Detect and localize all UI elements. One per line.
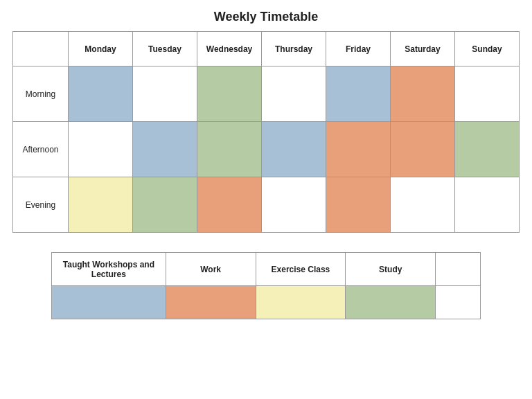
cell-evening-wednesday (197, 177, 262, 233)
cell-afternoon-sunday (455, 122, 520, 177)
row-label-afternoon: Afternoon (13, 122, 69, 177)
timetable-wrapper: Monday Tuesday Wednesday Thursday Friday… (0, 31, 532, 233)
legend-header-0: Taught Workshops and Lectures (52, 253, 166, 286)
cell-morning-monday (69, 66, 133, 122)
legend-color-0 (52, 286, 166, 319)
legend-header-4 (436, 253, 481, 286)
cell-afternoon-wednesday (197, 122, 262, 177)
col-wednesday: Wednesday (197, 32, 262, 66)
cell-morning-tuesday (133, 66, 197, 122)
cell-evening-saturday (391, 177, 455, 233)
cell-evening-thursday (262, 177, 326, 233)
col-thursday: Thursday (262, 32, 326, 66)
cell-evening-sunday (455, 177, 520, 233)
row-label-morning: Morning (13, 66, 69, 122)
col-friday: Friday (326, 32, 391, 66)
cell-evening-monday (69, 177, 133, 233)
col-sunday: Sunday (455, 32, 520, 66)
row-label-evening: Evening (13, 177, 69, 233)
cell-morning-friday (326, 66, 391, 122)
cell-morning-sunday (455, 66, 520, 122)
legend-table: Taught Workshops and LecturesWorkExercis… (51, 252, 481, 319)
cell-afternoon-thursday (262, 122, 326, 177)
cell-afternoon-saturday (391, 122, 455, 177)
page-title: Weekly Timetable (0, 0, 532, 31)
legend-wrapper: Taught Workshops and LecturesWorkExercis… (0, 233, 532, 319)
legend-color-1 (166, 286, 256, 319)
legend-color-3 (346, 286, 436, 319)
col-saturday: Saturday (391, 32, 455, 66)
cell-afternoon-tuesday (133, 122, 197, 177)
legend-color-2 (256, 286, 346, 319)
legend-header-3: Study (346, 253, 436, 286)
cell-morning-saturday (391, 66, 455, 122)
legend-header-1: Work (166, 253, 256, 286)
cell-afternoon-friday (326, 122, 391, 177)
cell-evening-friday (326, 177, 391, 233)
legend-header-2: Exercise Class (256, 253, 346, 286)
cell-evening-tuesday (133, 177, 197, 233)
timetable: Monday Tuesday Wednesday Thursday Friday… (12, 31, 520, 233)
col-tuesday: Tuesday (133, 32, 197, 66)
cell-morning-thursday (262, 66, 326, 122)
legend-color-4 (436, 286, 481, 319)
cell-morning-wednesday (197, 66, 262, 122)
cell-afternoon-monday (69, 122, 133, 177)
col-monday: Monday (69, 32, 133, 66)
row-label-header (13, 32, 69, 66)
